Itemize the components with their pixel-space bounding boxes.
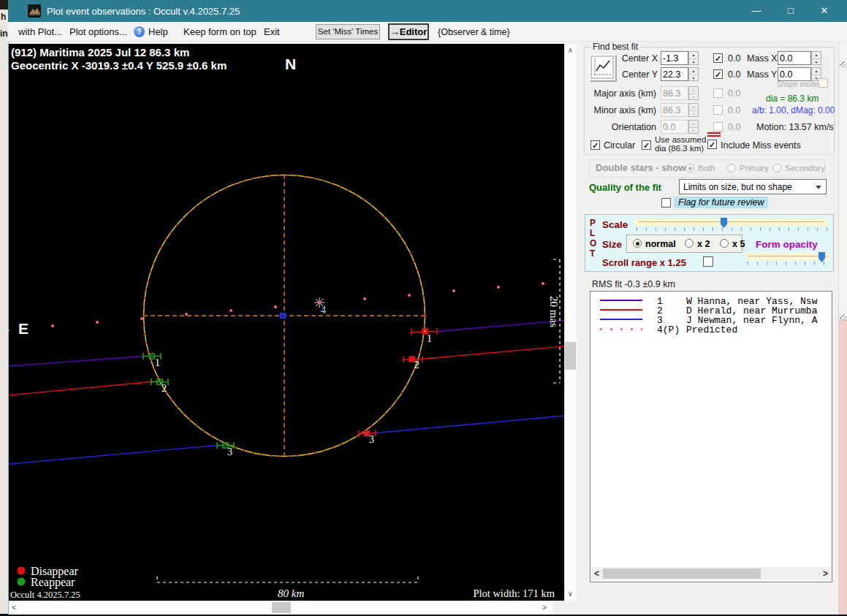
observer-row[interactable]: 3 J Newman, near Flynn, A	[590, 315, 832, 324]
double-primary-radio[interactable]	[727, 164, 736, 172]
scroll-right-icon[interactable]: >	[542, 604, 547, 612]
observer-name: Predicted	[686, 324, 737, 335]
major-axis-spinner: ▲▼	[688, 86, 699, 100]
mass-y-input[interactable]	[778, 67, 811, 81]
menu-keep-on-top[interactable]: Keep form on top	[183, 26, 257, 39]
chevron-down-icon	[816, 186, 821, 189]
axis-ratio-value: a/b: 1.00, dMag: 0.00	[752, 105, 835, 115]
center-y-input[interactable]	[661, 67, 688, 81]
svg-text:2: 2	[414, 360, 419, 370]
window-title: Plot event observations : Occult v.4.202…	[47, 6, 240, 17]
scroll-range-checkbox[interactable]	[703, 256, 713, 267]
center-y-lock-value: 0.0	[728, 69, 740, 80]
scale-slider[interactable]	[635, 218, 828, 232]
minor-axis-lock-checkbox[interactable]	[713, 105, 723, 115]
scroll-left-icon[interactable]: <	[12, 604, 16, 612]
center-y-spinner[interactable]: ▲▼	[688, 67, 699, 81]
size-normal-radio[interactable]	[633, 239, 642, 248]
observer-row[interactable]: 4(P) Predicted	[590, 324, 832, 334]
size-x5-label: x 5	[732, 239, 745, 249]
center-x-input[interactable]	[661, 51, 688, 65]
quality-dropdown[interactable]: Limits on size, but no shape	[679, 179, 827, 194]
flag-review-checkbox[interactable]	[661, 198, 671, 208]
minimize-button[interactable]: —	[741, 0, 772, 22]
plot-letter-l: L	[590, 228, 595, 238]
observer-row[interactable]: 2 D Herald, near Murrumba	[590, 305, 832, 315]
size-x2-radio[interactable]	[685, 239, 694, 248]
plot-width-label: Plot width: 171 km	[473, 588, 555, 599]
reappear-dot-icon	[18, 578, 26, 586]
center-y-lock-checkbox[interactable]	[713, 69, 723, 79]
major-axis-lock-checkbox[interactable]	[713, 88, 723, 98]
occultation-plot-canvas[interactable]: 4 1 1 2 2 3 3 (912) Maritima 2025 Jul 12…	[9, 44, 564, 601]
version-label: Occult 4.2025.7.25	[10, 590, 80, 600]
include-miss-checkbox[interactable]	[707, 140, 717, 149]
plot-letter-t: T	[590, 248, 595, 259]
form-opacity-slider[interactable]	[746, 253, 829, 266]
menu-help[interactable]: Help	[148, 26, 168, 39]
menu-plot-options[interactable]: Plot options...	[69, 26, 127, 39]
listbox-scroll-left-icon[interactable]: <	[594, 567, 599, 580]
background-text-fragment: h	[1, 12, 6, 22]
center-x-lock-value: 0.0	[728, 53, 740, 64]
size-x5-radio[interactable]	[720, 239, 729, 248]
scale-label: Scale	[602, 219, 628, 230]
major-axis-input[interactable]	[661, 86, 688, 100]
double-secondary-radio[interactable]	[772, 164, 781, 172]
background-window-fragment: h in	[0, 0, 8, 616]
background-blob	[0, 0, 8, 9]
minor-axis-lock-value: 0.0	[728, 105, 740, 115]
panel-edge-scrollbar-lower[interactable]	[838, 319, 847, 615]
minor-axis-label: Minor axis (km)	[585, 105, 656, 115]
splitter-grip-icon[interactable]	[840, 314, 846, 321]
minor-axis-input[interactable]	[661, 103, 688, 117]
plot-hscroll-thumb[interactable]	[272, 602, 291, 613]
use-assumed-checkbox[interactable]	[642, 140, 651, 150]
plot-vertical-scrollbar[interactable]	[564, 44, 577, 601]
menu-exit[interactable]: Exit	[264, 26, 280, 39]
splitter-grip-icon[interactable]	[840, 61, 846, 68]
editor-button[interactable]: →Editor	[388, 23, 429, 40]
plot-vscroll-thumb[interactable]	[565, 342, 576, 370]
scale-slider-thumb[interactable]	[721, 218, 727, 228]
double-primary-label: Primary	[740, 164, 769, 172]
scroll-up-icon[interactable]: ∧	[564, 46, 577, 54]
svg-text:3: 3	[227, 446, 232, 457]
flag-review-label: Flag for future review	[674, 197, 768, 208]
scroll-range-label: Scroll range x 1.25	[602, 257, 686, 268]
include-miss-label: Include Miss events	[721, 140, 801, 151]
observer-listbox[interactable]: 1 W Hanna, near Yass, Nsw 2 D Herald, ne…	[590, 291, 832, 582]
miss-line-sample-icon	[707, 132, 721, 137]
rms-fit-label: RMS fit -0.3 ±0.9 km	[592, 279, 675, 289]
mass-x-input[interactable]	[778, 51, 811, 65]
center-x-lock-checkbox[interactable]	[713, 53, 723, 63]
orientation-input[interactable]	[661, 120, 688, 134]
km-scale-label: 80 km	[278, 588, 304, 599]
listbox-hscroll-thumb[interactable]	[603, 569, 761, 579]
mas-scale-label: 20 mas	[548, 296, 560, 327]
north-label: N	[285, 56, 296, 72]
orientation-lock-checkbox[interactable]	[713, 122, 723, 132]
major-axis-lock-value: 0.0	[728, 88, 740, 99]
run-fit-button[interactable]	[589, 54, 617, 82]
minor-axis-spinner: ▲▼	[688, 103, 699, 117]
shape-model-checkbox[interactable]	[818, 78, 828, 88]
menu-with-plot[interactable]: with Plot...	[18, 26, 62, 39]
scroll-down-icon[interactable]: ∨	[564, 590, 577, 598]
quality-label: Quality of the fit	[589, 182, 661, 193]
observer-row[interactable]: 1 W Hanna, near Yass, Nsw	[590, 296, 832, 305]
app-icon	[28, 4, 41, 18]
form-opacity-slider-thumb[interactable]	[818, 252, 825, 262]
center-x-spinner[interactable]: ▲▼	[688, 51, 699, 65]
disappear-dot-icon	[18, 567, 26, 575]
listbox-scroll-right-icon[interactable]: >	[823, 567, 828, 580]
help-icon[interactable]: ?	[134, 26, 145, 37]
plot-header-line2: Geocentric X -3019.3 ±0.4 Y 525.9 ±0.6 k…	[11, 59, 227, 72]
circular-checkbox[interactable]	[590, 140, 600, 150]
maximize-button[interactable]: □	[775, 0, 806, 22]
set-miss-times-button[interactable]: Set 'Miss' Times	[316, 24, 380, 39]
close-button[interactable]: ✕	[809, 0, 840, 22]
mass-x-spinner[interactable]: ▲▼	[811, 51, 821, 65]
motion-value: Motion: 13.57 km/s	[756, 122, 834, 132]
double-both-radio[interactable]	[685, 164, 694, 172]
